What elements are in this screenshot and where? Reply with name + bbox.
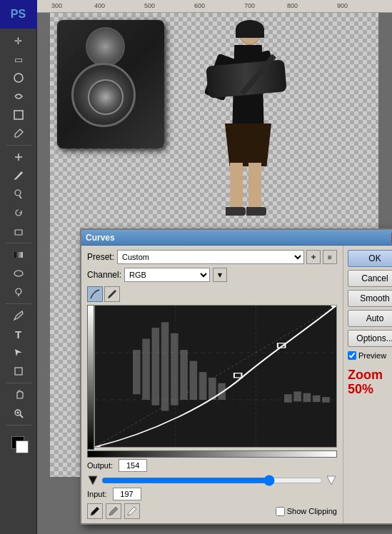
svg-point-6 <box>16 288 21 294</box>
output-row: Output: <box>87 459 337 472</box>
move-tool[interactable]: ✛ <box>9 32 29 49</box>
preview-row: Preview <box>348 351 392 360</box>
curve-tools-row <box>87 286 337 302</box>
preset-row: Preset: Custom ≡ <box>87 250 337 264</box>
svg-rect-33 <box>322 397 330 403</box>
hand-tool[interactable] <box>9 386 29 403</box>
graph-area-row <box>87 305 337 450</box>
ruler-mark-500: 500 <box>144 2 155 9</box>
svg-rect-35 <box>234 373 242 378</box>
lasso-tool[interactable] <box>9 69 29 86</box>
path-selection-tool[interactable] <box>9 344 29 361</box>
channel-select[interactable]: RGB Red Green Blue <box>124 268 210 282</box>
curves-titlebar: Curves ✕ <box>81 230 392 246</box>
speaker-image <box>57 20 164 148</box>
channel-arrow-down[interactable]: ▾ <box>213 268 227 282</box>
cancel-button[interactable]: Cancel <box>348 270 392 287</box>
ps-logo: PS <box>0 0 37 29</box>
ruler-mark-300: 300 <box>51 2 62 9</box>
channel-row: Channel: RGB Red Green Blue ▾ <box>87 268 337 282</box>
svg-marker-40 <box>327 476 336 485</box>
input-row: Input: <box>87 488 337 500</box>
preset-save-btn[interactable] <box>306 250 321 264</box>
eraser-tool[interactable] <box>9 223 29 240</box>
separator-3 <box>6 303 31 304</box>
svg-rect-21 <box>152 328 160 405</box>
zoom-text: Zoom 50% <box>348 368 392 397</box>
vertical-gradient-bar <box>87 305 94 450</box>
pen-tool[interactable] <box>9 307 29 324</box>
pencil-edit-btn[interactable] <box>104 286 120 302</box>
channel-label: Channel: <box>87 270 121 280</box>
eyedropper-row: Show Clipping <box>87 503 337 519</box>
svg-point-0 <box>14 74 23 82</box>
horizontal-gradient-bar <box>87 450 337 458</box>
guitarist-shoe-right <box>246 207 266 216</box>
eyedropper-tool[interactable] <box>9 125 29 142</box>
shape-tool[interactable] <box>9 363 29 380</box>
separator-5 <box>6 425 31 425</box>
gradient-tool[interactable] <box>9 246 29 263</box>
color-swatches[interactable] <box>6 430 31 453</box>
svg-rect-22 <box>161 322 169 410</box>
svg-rect-26 <box>199 372 207 400</box>
curves-dialog-title: Curves <box>86 233 391 243</box>
input-slider[interactable] <box>101 475 323 485</box>
show-clipping-checkbox[interactable] <box>276 507 285 516</box>
preset-options-btn[interactable]: ≡ <box>323 250 337 264</box>
zoom-tool[interactable] <box>9 405 29 422</box>
curves-graph[interactable] <box>94 305 337 448</box>
canvas-area: 300 400 500 600 700 800 900 <box>37 0 392 534</box>
spot-heal-tool[interactable] <box>9 148 29 166</box>
svg-rect-4 <box>14 252 23 258</box>
svg-rect-24 <box>180 350 188 400</box>
dodge-tool[interactable] <box>9 283 29 301</box>
guitarist-hair <box>236 20 264 38</box>
svg-point-2 <box>15 190 21 196</box>
ok-button[interactable]: OK <box>348 250 392 267</box>
quick-select-tool[interactable] <box>9 88 29 105</box>
preview-checkbox[interactable] <box>348 351 356 360</box>
separator-2 <box>6 243 31 243</box>
svg-rect-1 <box>14 111 23 119</box>
svg-line-10 <box>20 415 23 418</box>
ruler-mark-900: 900 <box>337 2 348 9</box>
black-eyedropper-btn[interactable] <box>87 503 103 519</box>
curves-body: Preset: Custom ≡ Channel: RGB Red Gr <box>81 246 392 523</box>
gray-eyedropper-btn[interactable] <box>106 503 121 519</box>
svg-rect-3 <box>15 230 22 235</box>
output-label: Output: <box>87 461 113 470</box>
svg-point-5 <box>14 271 23 276</box>
toolbar: PS ✛ ▭ T <box>0 0 37 534</box>
svg-rect-30 <box>293 391 301 401</box>
white-eyedropper-btn[interactable] <box>124 503 140 519</box>
svg-rect-8 <box>15 368 22 375</box>
background-color[interactable] <box>16 440 29 453</box>
blur-tool[interactable] <box>9 265 29 282</box>
history-brush-tool[interactable] <box>9 204 29 221</box>
guitarist-image <box>207 20 293 213</box>
graph-wrapper <box>87 305 337 458</box>
curves-dialog: Curves ✕ Preset: Custom ≡ <box>80 228 392 525</box>
ruler-mark-700: 700 <box>244 2 255 9</box>
auto-button[interactable]: Auto <box>348 310 392 327</box>
input-black-point-icon <box>87 475 99 486</box>
curve-edit-btn[interactable] <box>87 286 103 302</box>
brush-tool[interactable] <box>9 167 29 184</box>
svg-marker-39 <box>89 476 97 485</box>
svg-line-34 <box>95 306 336 447</box>
input-value[interactable] <box>113 488 141 500</box>
output-value[interactable] <box>119 459 147 472</box>
preset-select[interactable]: Custom <box>117 250 304 264</box>
ruler-mark-400: 400 <box>94 2 105 9</box>
guitarist-leg-left <box>230 163 243 209</box>
options-button[interactable]: Options... <box>348 330 392 347</box>
input-white-point-icon <box>326 475 337 486</box>
marquee-tool[interactable]: ▭ <box>9 51 29 68</box>
smooth-button[interactable]: Smooth <box>348 290 392 307</box>
show-clipping-label: Show Clipping <box>287 507 337 515</box>
clone-stamp-tool[interactable] <box>9 186 29 203</box>
crop-tool[interactable] <box>9 106 29 124</box>
separator-4 <box>6 383 31 383</box>
text-tool[interactable]: T <box>9 326 29 343</box>
